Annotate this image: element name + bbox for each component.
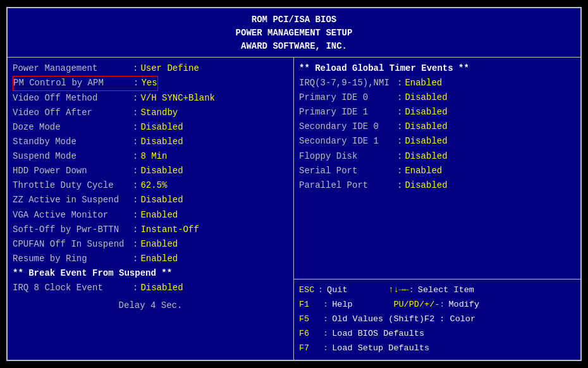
header-line2: POWER MANAGEMENT SETUP [8, 27, 580, 40]
break-label-0: IRQ 8 Clock Event [13, 281, 133, 295]
right-value-1: Disabled [405, 90, 447, 105]
help-section: ESC : Quit ↑↓→← : Select Item F1 : Help … [294, 279, 580, 360]
setting-row-12: CPUFAN Off In Suspend: Enabled [13, 237, 288, 252]
setting-label-9: ZZ Active in Suspend [13, 193, 133, 207]
setting-label-7: HDD Power Down [13, 164, 133, 178]
setting-label-6: Suspend Mode [13, 149, 133, 164]
right-value-4: Disabled [405, 134, 447, 149]
setting-colon-12: : [133, 237, 138, 252]
setting-row-4: Doze Mode: Disabled [13, 120, 288, 135]
setting-value-8: 62.5% [140, 178, 167, 193]
setting-row-5: Standby Mode: Disabled [13, 135, 288, 149]
right-item-row-4: Secondary IDE 1: Disabled [299, 134, 575, 149]
break-value-0: Disabled [140, 281, 183, 295]
right-value-0: Enabled [405, 76, 442, 90]
setting-value-9: Disabled [140, 193, 183, 207]
setting-label-12: CPUFAN Off In Suspend [13, 237, 133, 252]
help-row-f7: F7 : Load Setup Defaults [299, 341, 575, 356]
setting-label-0: Power Management [13, 61, 133, 76]
right-value-3: Disabled [405, 120, 447, 134]
reload-timer-title: ** Reload Global Timer Events ** [299, 61, 575, 76]
setting-value-4: Disabled [140, 120, 183, 135]
right-top: ** Reload Global Timer Events ** IRQ(3-7… [294, 58, 580, 279]
setting-row-0: Power Management: User Define [13, 61, 288, 76]
delay-text: Delay 4 Sec. [13, 300, 288, 310]
setting-row-2: Video Off Method: V/H SYNC+Blank [13, 91, 288, 106]
setting-value-3: Standby [140, 106, 178, 120]
setting-row-7: HDD Power Down: Disabled [13, 164, 288, 178]
setting-colon-6: : [133, 149, 138, 164]
setting-colon-0: : [133, 61, 138, 76]
header: ROM PCI/ISA BIOS POWER MANAGEMENT SETUP … [8, 8, 580, 57]
right-item-row-7: Parallel Port: Disabled [299, 178, 575, 193]
right-panel: ** Reload Global Timer Events ** IRQ(3-7… [294, 58, 580, 360]
setting-colon-4: : [133, 120, 138, 135]
right-item-row-6: Serial Port: Enabled [299, 164, 575, 178]
help-row-esc: ESC : Quit ↑↓→← : Select Item [299, 283, 575, 298]
setting-value-0: User Define [140, 61, 199, 76]
setting-value-7: Disabled [140, 164, 183, 178]
setting-colon-13: : [133, 252, 138, 266]
setting-row-9: ZZ Active in Suspend: Disabled [13, 193, 288, 207]
right-item-row-0: IRQ(3-7,9-15),NMI: Enabled [299, 76, 575, 90]
right-value-7: Disabled [405, 178, 447, 193]
right-value-2: Disabled [405, 105, 447, 120]
setting-label-3: Video Off After [13, 106, 133, 120]
break-row-0: IRQ 8 Clock Event: Disabled [13, 281, 288, 295]
setting-row-13: Resume by Ring: Enabled [13, 252, 288, 266]
setting-value-11: Instant-Off [140, 223, 199, 237]
setting-value-6: 8 Min [140, 149, 167, 164]
right-item-row-2: Primary IDE 1: Disabled [299, 105, 575, 120]
help-row-f1: F1 : Help PU/PD/+/- : Modify [299, 298, 575, 312]
setting-label-8: Throttle Duty Cycle [13, 178, 133, 193]
setting-row-3: Video Off After: Standby [13, 106, 288, 120]
setting-label-5: Standby Mode [13, 135, 133, 149]
setting-colon-10: : [133, 208, 138, 223]
setting-colon-9: : [133, 193, 138, 207]
right-label-5: Floppy Disk [299, 149, 397, 164]
right-label-4: Secondary IDE 1 [299, 134, 397, 149]
setting-colon-5: : [133, 135, 138, 149]
header-line1: ROM PCI/ISA BIOS [8, 13, 580, 27]
right-value-6: Enabled [405, 164, 442, 178]
break-section-title: ** Break Event From Suspend ** [13, 266, 288, 281]
setting-colon-1: : [133, 77, 138, 90]
setting-value-5: Disabled [140, 135, 183, 149]
right-label-3: Secondary IDE 0 [299, 120, 397, 134]
main-content: Power Management: User DefinePM Control … [8, 57, 580, 360]
setting-colon-3: : [133, 106, 138, 120]
setting-colon-11: : [133, 223, 138, 237]
header-line3: AWARD SOFTWARE, INC. [8, 40, 580, 53]
setting-label-13: Resume by Ring [13, 252, 133, 266]
setting-label-11: Soft-Off by Pwr-BTTN [13, 223, 133, 237]
left-panel: Power Management: User DefinePM Control … [8, 58, 294, 360]
right-item-row-1: Primary IDE 0: Disabled [299, 90, 575, 105]
setting-label-1: PM Control by APM [13, 77, 133, 90]
right-item-row-3: Secondary IDE 0: Disabled [299, 120, 575, 134]
right-value-5: Disabled [405, 149, 447, 164]
right-label-6: Serial Port [299, 164, 397, 178]
setting-value-13: Enabled [140, 252, 178, 266]
setting-row-8: Throttle Duty Cycle: 62.5% [13, 178, 288, 193]
setting-row-6: Suspend Mode: 8 Min [13, 149, 288, 164]
setting-colon-7: : [133, 164, 138, 178]
setting-value-1: Yes [141, 77, 157, 90]
right-label-7: Parallel Port [299, 178, 397, 193]
setting-value-10: Enabled [140, 208, 178, 223]
setting-row-10: VGA Active Monitor: Enabled [13, 208, 288, 223]
setting-label-10: VGA Active Monitor [13, 208, 133, 223]
setting-label-2: Video Off Method [13, 91, 133, 106]
setting-colon-8: : [133, 178, 138, 193]
right-item-row-5: Floppy Disk: Disabled [299, 149, 575, 164]
right-label-1: Primary IDE 0 [299, 90, 397, 105]
help-row-f6: F6 : Load BIOS Defaults [299, 327, 575, 341]
right-label-0: IRQ(3-7,9-15),NMI [299, 76, 397, 90]
setting-colon-2: : [133, 91, 138, 106]
setting-row-11: Soft-Off by Pwr-BTTN: Instant-Off [13, 223, 288, 237]
bios-screen: ROM PCI/ISA BIOS POWER MANAGEMENT SETUP … [6, 7, 582, 361]
setting-row-1: PM Control by APM: Yes [13, 76, 158, 91]
help-row-f5: F5 : Old Values (Shift)F2 : Color [299, 312, 575, 327]
setting-label-4: Doze Mode [13, 120, 133, 135]
right-label-2: Primary IDE 1 [299, 105, 397, 120]
setting-value-2: V/H SYNC+Blank [140, 91, 215, 106]
